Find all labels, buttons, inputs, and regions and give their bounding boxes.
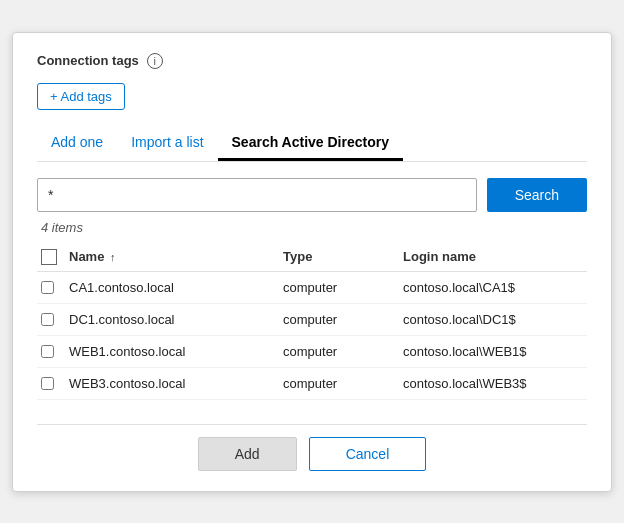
- table-header: Name ↑ Type Login name: [37, 243, 587, 272]
- row-login-name: contoso.local\CA1$: [403, 280, 583, 295]
- tabs-row: Add one Import a list Search Active Dire…: [37, 126, 587, 162]
- row-checkbox-cell[interactable]: [41, 281, 69, 294]
- row-name: DC1.contoso.local: [69, 312, 283, 327]
- tab-add-one[interactable]: Add one: [37, 126, 117, 161]
- row-checkbox-cell[interactable]: [41, 345, 69, 358]
- row-login-name: contoso.local\DC1$: [403, 312, 583, 327]
- main-dialog: Connection tags i + Add tags Add one Imp…: [12, 32, 612, 492]
- add-tags-button[interactable]: + Add tags: [37, 83, 125, 110]
- row-login-name: contoso.local\WEB1$: [403, 344, 583, 359]
- connection-tags-row: Connection tags i: [37, 53, 587, 69]
- row-name: CA1.contoso.local: [69, 280, 283, 295]
- tab-search-ad[interactable]: Search Active Directory: [218, 126, 403, 161]
- search-input[interactable]: [37, 178, 477, 212]
- header-type: Type: [283, 249, 403, 265]
- row-checkbox[interactable]: [41, 345, 54, 358]
- row-checkbox[interactable]: [41, 377, 54, 390]
- row-checkbox[interactable]: [41, 313, 54, 326]
- table-row[interactable]: DC1.contoso.local computer contoso.local…: [37, 304, 587, 336]
- row-type: computer: [283, 344, 403, 359]
- header-checkbox-cell[interactable]: [41, 249, 69, 265]
- table-row[interactable]: WEB3.contoso.local computer contoso.loca…: [37, 368, 587, 400]
- sort-arrow-icon[interactable]: ↑: [110, 251, 116, 263]
- select-all-checkbox[interactable]: [41, 249, 57, 265]
- header-login-name: Login name: [403, 249, 583, 265]
- info-icon[interactable]: i: [147, 53, 163, 69]
- row-checkbox-cell[interactable]: [41, 377, 69, 390]
- row-name: WEB1.contoso.local: [69, 344, 283, 359]
- table-row[interactable]: WEB1.contoso.local computer contoso.loca…: [37, 336, 587, 368]
- search-button[interactable]: Search: [487, 178, 587, 212]
- row-checkbox-cell[interactable]: [41, 313, 69, 326]
- cancel-button[interactable]: Cancel: [309, 437, 427, 471]
- row-login-name: contoso.local\WEB3$: [403, 376, 583, 391]
- header-name: Name ↑: [69, 249, 283, 265]
- row-type: computer: [283, 376, 403, 391]
- row-checkbox[interactable]: [41, 281, 54, 294]
- items-count: 4 items: [37, 220, 587, 235]
- tab-import-list[interactable]: Import a list: [117, 126, 217, 161]
- row-type: computer: [283, 280, 403, 295]
- connection-tags-label: Connection tags: [37, 53, 139, 68]
- add-button[interactable]: Add: [198, 437, 297, 471]
- results-table: Name ↑ Type Login name CA1.contoso.local…: [37, 243, 587, 400]
- table-row[interactable]: CA1.contoso.local computer contoso.local…: [37, 272, 587, 304]
- search-row: Search: [37, 178, 587, 212]
- dialog-footer: Add Cancel: [37, 424, 587, 471]
- row-name: WEB3.contoso.local: [69, 376, 283, 391]
- row-type: computer: [283, 312, 403, 327]
